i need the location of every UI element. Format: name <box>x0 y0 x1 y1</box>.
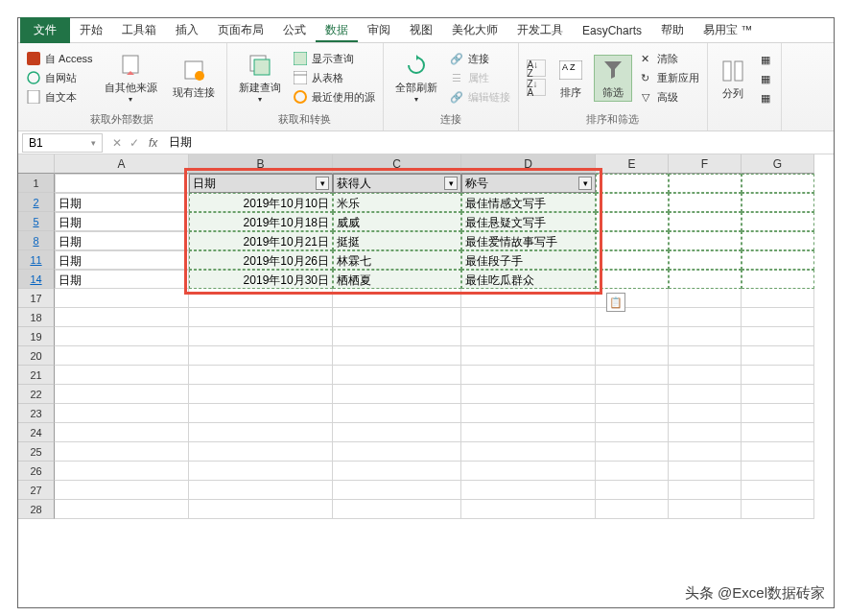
text-icon <box>26 89 41 105</box>
btn-tool1[interactable]: ▦ <box>756 52 775 69</box>
ribbon-body: 自 Access 自网站 自文本 自其他来源▾ 现有连接 获取外部数据 <box>18 43 834 131</box>
accept-formula-icon: ✓ <box>130 136 139 150</box>
group-get-transform: 新建查询▾ 显示查询 从表格 最近使用的源 获取和转换 <box>227 43 384 130</box>
tab-formulas[interactable]: 公式 <box>273 18 316 42</box>
footer-credit: 头条 @Excel数据砖家 <box>685 584 825 603</box>
svg-rect-14 <box>723 61 731 81</box>
svg-rect-9 <box>294 71 307 84</box>
btn-connections[interactable]: 🔗连接 <box>447 50 512 67</box>
row-header[interactable]: 25 <box>18 442 55 462</box>
group-external-data: 自 Access 自网站 自文本 自其他来源▾ 现有连接 获取外部数据 <box>18 43 227 130</box>
spreadsheet-grid[interactable]: A B C D E F G 1 2 5 8 11 14 17 18 19 20 … <box>18 154 834 519</box>
row-header[interactable]: 23 <box>18 404 55 423</box>
tab-developer[interactable]: 开发工具 <box>507 18 573 42</box>
svg-rect-7 <box>254 59 270 75</box>
tab-easycharts[interactable]: EasyCharts <box>573 20 651 41</box>
paste-options-icon[interactable]: 📋 <box>606 293 625 312</box>
group-sort-filter: A↓Z Z↓A A Z 排序 筛选 ✕清除 ↻重新应用 ▽高级 排序和筛选 <box>519 43 708 130</box>
highlight-box <box>184 168 602 295</box>
col-header-E[interactable]: E <box>596 154 669 174</box>
recent-icon <box>293 89 308 105</box>
row-header[interactable]: 27 <box>18 481 55 500</box>
btn-new-query[interactable]: 新建查询▾ <box>233 50 287 106</box>
btn-tool2[interactable]: ▦ <box>756 71 775 88</box>
btn-sort[interactable]: A Z 排序 <box>552 55 590 102</box>
tab-data[interactable]: 数据 <box>316 18 358 42</box>
advanced-icon: ▽ <box>638 89 653 105</box>
row-header[interactable]: 28 <box>18 500 55 519</box>
btn-advanced[interactable]: ▽高级 <box>636 88 701 106</box>
props-icon: ☰ <box>449 70 464 85</box>
btn-from-text[interactable]: 自文本 <box>24 88 95 106</box>
clear-icon: ✕ <box>638 51 653 66</box>
row-header[interactable]: 26 <box>18 462 55 481</box>
tab-help[interactable]: 帮助 <box>651 18 694 42</box>
group-label-gettransform: 获取和转换 <box>233 110 377 129</box>
btn-reapply[interactable]: ↻重新应用 <box>636 69 701 86</box>
formula-input[interactable]: 日期 <box>163 132 834 153</box>
col-header-G[interactable]: G <box>742 154 814 174</box>
row-header[interactable]: 8 <box>18 231 55 250</box>
tab-view[interactable]: 视图 <box>400 18 442 42</box>
btn-sort-az[interactable]: A↓Z Z↓A <box>525 58 548 98</box>
row-header[interactable]: 19 <box>18 327 55 346</box>
btn-show-queries[interactable]: 显示查询 <box>291 50 377 67</box>
select-all-corner[interactable] <box>18 154 55 174</box>
row-header[interactable]: 20 <box>18 346 55 366</box>
tab-beautify[interactable]: 美化大师 <box>442 18 507 42</box>
row-header[interactable]: 22 <box>18 385 55 404</box>
tab-eyb[interactable]: 易用宝 ™ <box>694 18 762 42</box>
row-header[interactable]: 17 <box>18 289 55 308</box>
btn-other-sources[interactable]: 自其他来源▾ <box>99 50 163 106</box>
btn-clear[interactable]: ✕清除 <box>636 50 701 67</box>
btn-recent-sources[interactable]: 最近使用的源 <box>291 88 377 106</box>
name-box[interactable]: B1▾ <box>22 133 103 153</box>
col-header-A[interactable]: A <box>55 154 189 174</box>
row-header[interactable]: 5 <box>18 212 55 231</box>
fx-icon[interactable]: fx <box>149 136 163 150</box>
chevron-down-icon[interactable]: ▾ <box>91 138 96 148</box>
group-data-tools: 分列 ▦ ▦ ▦ <box>708 43 782 130</box>
btn-refresh-all[interactable]: 全部刷新▾ <box>389 50 443 106</box>
show-queries-icon <box>293 51 308 66</box>
row-header[interactable]: 2 <box>18 193 55 212</box>
tab-file[interactable]: 文件 <box>20 17 70 43</box>
tab-toolbox[interactable]: 工具箱 <box>112 18 166 42</box>
row-header[interactable]: 11 <box>18 250 55 270</box>
existing-conn-icon <box>180 57 207 83</box>
reapply-icon: ↻ <box>638 70 653 85</box>
row-header[interactable]: 1 <box>18 174 55 193</box>
svg-text:A Z: A Z <box>562 62 576 72</box>
row-header[interactable]: 14 <box>18 270 55 289</box>
btn-from-web[interactable]: 自网站 <box>24 69 95 86</box>
row-header[interactable]: 21 <box>18 366 55 385</box>
tab-pagelayout[interactable]: 页面布局 <box>208 18 273 42</box>
text-to-col-icon <box>719 58 746 84</box>
tab-home[interactable]: 开始 <box>70 18 112 42</box>
globe-icon <box>26 70 41 85</box>
btn-filter[interactable]: 筛选 <box>594 55 632 102</box>
btn-from-table[interactable]: 从表格 <box>291 69 377 86</box>
group-label-connections: 连接 <box>389 110 512 129</box>
svg-rect-3 <box>123 56 138 73</box>
tab-insert[interactable]: 插入 <box>166 18 208 42</box>
row-header[interactable]: 24 <box>18 423 55 442</box>
btn-existing-connections[interactable]: 现有连接 <box>167 55 221 102</box>
sort-icon: A Z <box>557 57 584 83</box>
btn-properties: ☰属性 <box>447 69 512 86</box>
btn-from-access[interactable]: 自 Access <box>24 50 95 67</box>
btn-tool3[interactable]: ▦ <box>756 90 775 107</box>
btn-text-to-columns[interactable]: 分列 <box>714 56 752 103</box>
ribbon-tabs: 文件 开始 工具箱 插入 页面布局 公式 数据 审阅 视图 美化大师 开发工具 … <box>18 18 834 43</box>
svg-rect-8 <box>294 52 307 65</box>
conn-icon: 🔗 <box>449 51 464 66</box>
svg-rect-15 <box>735 61 742 81</box>
formula-bar-row: B1▾ ✕ ✓ fx 日期 <box>18 131 834 154</box>
edit-links-icon: 🔗 <box>449 89 464 105</box>
row-headers[interactable]: 1 2 5 8 11 14 17 18 19 20 21 22 23 24 25… <box>18 174 55 519</box>
tab-review[interactable]: 审阅 <box>358 18 400 42</box>
sort-asc-icon: A↓Z <box>527 59 546 77</box>
row-header[interactable]: 18 <box>18 308 55 327</box>
col-header-F[interactable]: F <box>669 154 742 174</box>
from-table-icon <box>293 70 308 85</box>
